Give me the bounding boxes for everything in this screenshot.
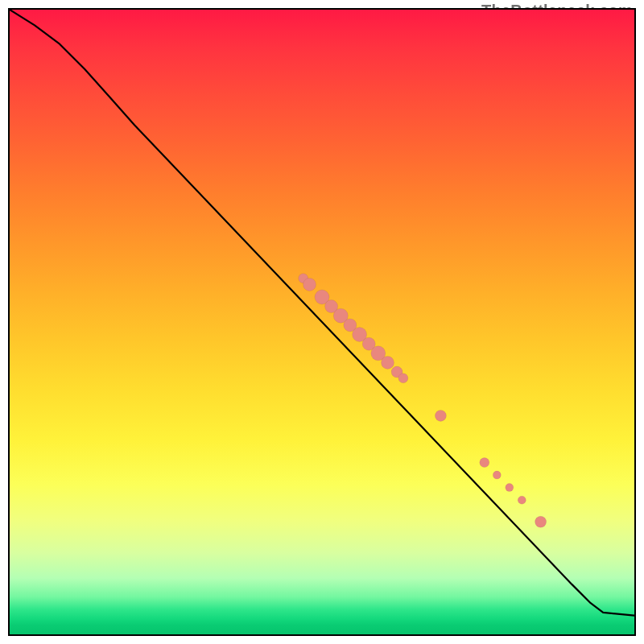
chart-container: TheBottleneck.com xyxy=(0,0,644,644)
scatter-dot xyxy=(435,410,446,421)
plot-area xyxy=(8,8,636,636)
scatter-dot xyxy=(535,516,547,527)
scatter-dot xyxy=(480,458,489,468)
chart-svg xyxy=(10,10,634,634)
scatter-dot xyxy=(398,374,408,383)
scatter-dot xyxy=(382,356,394,369)
scatter-dot xyxy=(303,278,316,291)
scatter-dot xyxy=(518,496,526,504)
scatter-dot xyxy=(506,484,514,492)
scatter-dots xyxy=(299,274,547,528)
scatter-dot xyxy=(493,471,501,479)
